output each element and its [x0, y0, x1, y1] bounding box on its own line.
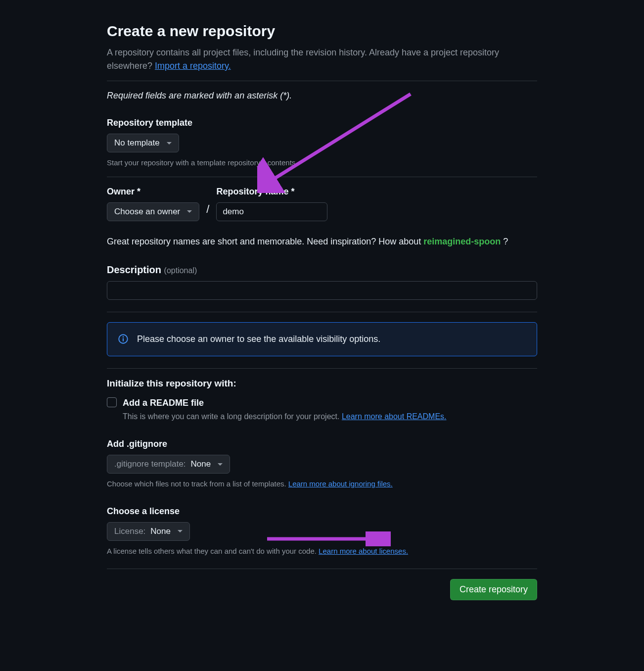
owner-name-separator: / — [206, 201, 209, 221]
svg-rect-1 — [123, 338, 124, 341]
create-repository-button[interactable]: Create repository — [450, 579, 537, 600]
license-help: A license tells others what they can and… — [107, 546, 537, 557]
owner-value: Choose an owner — [114, 207, 180, 217]
divider — [107, 569, 537, 569]
description-input[interactable] — [107, 281, 537, 300]
license-value: None — [150, 527, 171, 536]
page-subtitle: A repository contains all project files,… — [107, 46, 537, 73]
info-icon — [118, 334, 128, 344]
license-help-text: A license tells others what they can and… — [107, 547, 319, 555]
caret-down-icon — [187, 210, 192, 213]
initialize-heading: Initialize this repository with: — [107, 377, 537, 391]
repo-name-input[interactable] — [216, 202, 327, 221]
description-label: Description (optional) — [107, 262, 537, 277]
license-dropdown[interactable]: License: None — [107, 522, 190, 541]
import-repository-link[interactable]: Import a repository. — [155, 61, 231, 71]
optional-indicator: (optional) — [164, 266, 197, 275]
license-label: Choose a license — [107, 505, 537, 518]
name-inspiration-text: Great repository names are short and mem… — [107, 235, 537, 248]
readme-description: This is where you can write a long descr… — [123, 411, 447, 423]
caret-down-icon — [167, 142, 172, 144]
template-help: Start your repository with a template re… — [107, 157, 537, 169]
visibility-info-text: Please choose an owner to see the availa… — [137, 333, 380, 346]
gitignore-label: Add .gitignore — [107, 437, 537, 451]
divider — [107, 368, 537, 369]
readme-label: Add a README file — [123, 396, 447, 410]
gitignore-help-text: Choose which files not to track from a l… — [107, 479, 288, 488]
page-title: Create a new repository — [107, 20, 537, 42]
divider — [107, 312, 537, 312]
gitignore-prefix: .gitignore template: — [114, 459, 186, 469]
inspiration-post: ? — [501, 237, 508, 246]
template-dropdown[interactable]: No template — [107, 134, 179, 152]
inspiration-pre: Great repository names are short and mem… — [107, 237, 423, 246]
required-fields-note: Required fields are marked with an aster… — [107, 89, 537, 102]
license-prefix: License: — [114, 527, 145, 536]
license-learn-more-link[interactable]: Learn more about licenses. — [319, 547, 408, 555]
template-label: Repository template — [107, 116, 537, 130]
repo-name-label: Repository name * — [216, 185, 327, 198]
caret-down-icon — [178, 530, 183, 532]
svg-point-2 — [123, 336, 124, 337]
gitignore-dropdown[interactable]: .gitignore template: None — [107, 455, 230, 474]
readme-learn-more-link[interactable]: Learn more about READMEs. — [342, 412, 447, 421]
readme-desc-text: This is where you can write a long descr… — [123, 412, 342, 421]
owner-dropdown[interactable]: Choose an owner — [107, 202, 199, 221]
gitignore-learn-more-link[interactable]: Learn more about ignoring files. — [288, 479, 393, 488]
divider — [107, 177, 537, 177]
template-value: No template — [114, 138, 160, 148]
owner-label: Owner * — [107, 185, 199, 198]
gitignore-help: Choose which files not to track from a l… — [107, 479, 537, 490]
divider — [107, 81, 537, 81]
caret-down-icon — [218, 463, 223, 466]
readme-checkbox[interactable] — [107, 397, 117, 407]
suggested-name[interactable]: reimagined-spoon — [423, 237, 501, 246]
gitignore-value: None — [191, 459, 211, 469]
visibility-info-box: Please choose an owner to see the availa… — [107, 322, 537, 356]
